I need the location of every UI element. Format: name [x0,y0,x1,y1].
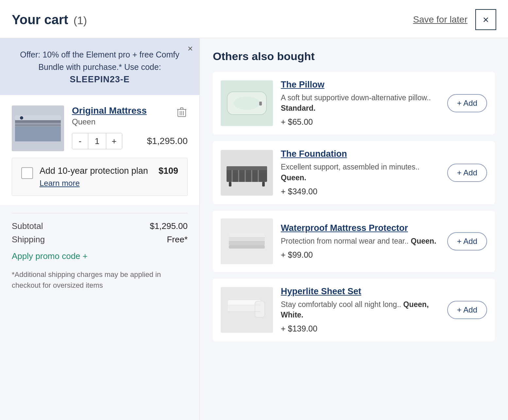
cart-title: Your cart [12,12,68,27]
subtotal-value: $1,295.00 [150,221,188,231]
subtotal-label: Subtotal [12,221,43,231]
promo-banner: Offer: 10% off the Element pro + free Co… [0,38,199,95]
cart-item-section: Original Mattress Queen [0,95,199,205]
quantity-control: - 1 + [72,133,122,149]
svg-rect-3 [15,120,61,123]
close-cart-button[interactable]: × [475,9,496,30]
header-actions: Save for later × [413,9,496,30]
promo-text: Offer: 10% off the Element pro + free Co… [16,49,184,73]
pillow-image [221,80,273,126]
item-variant: Queen [72,117,147,126]
save-for-later-button[interactable]: Save for later [413,14,467,25]
shipping-disclaimer: *Additional shipping charges may be appl… [12,269,188,291]
foundation-image [221,150,273,196]
pillow-price: + $65.00 [281,117,439,127]
sheets-image [221,287,273,333]
product-card-pillow: The Pillow A soft but supportive down-al… [213,72,495,135]
add-sheets-button[interactable]: + Add [447,301,487,319]
protection-plan: Add 10-year protection plan $109 Learn m… [12,158,188,196]
sheets-price: + $139.00 [281,324,439,333]
also-bought-panel: Others also bought The Pillow A soft but… [199,38,508,420]
svg-rect-4 [15,124,61,126]
learn-more-link[interactable]: Learn more [40,179,178,188]
shipping-value: Free* [167,234,188,245]
cart-left-panel: Offer: 10% off the Element pro + free Co… [0,38,199,420]
shipping-row: Shipping Free* [12,234,188,245]
add-pillow-button[interactable]: + Add [447,94,487,112]
also-bought-title: Others also bought [213,50,495,63]
foundation-svg [224,155,270,191]
product-info-sheets: Hyperlite Sheet Set Stay comfortably coo… [281,286,439,333]
cart-summary: Subtotal $1,295.00 Shipping Free* Apply … [0,213,199,300]
protector-desc: Protection from normal wear and tear.. Q… [281,236,439,246]
cart-item: Original Mattress Queen [12,105,188,151]
item-price: $1,295.00 [147,136,188,146]
protection-checkbox[interactable] [21,167,33,179]
protection-price: $109 [159,166,178,176]
foundation-desc: Excellent support, assembled in minutes.… [281,162,439,183]
protection-row: Add 10-year protection plan $109 [40,166,178,176]
product-info-protector: Waterproof Mattress Protector Protection… [281,223,439,260]
svg-rect-28 [229,241,265,245]
sheets-svg [224,292,270,328]
cart-item-details: Original Mattress Queen [72,105,188,149]
product-info-foundation: The Foundation Excellent support, assemb… [281,149,439,196]
sheets-name[interactable]: Hyperlite Sheet Set [281,286,439,297]
delete-item-button[interactable] [176,105,188,121]
product-card-foundation: The Foundation Excellent support, assemb… [213,141,495,204]
product-card-protector: Waterproof Mattress Protector Protection… [213,211,495,272]
protection-content: Add 10-year protection plan $109 Learn m… [40,166,178,188]
foundation-price: + $349.00 [281,187,439,196]
svg-rect-27 [262,182,265,186]
protection-label: Add 10-year protection plan [40,166,148,176]
svg-rect-18 [259,102,262,105]
main-content: Offer: 10% off the Element pro + free Co… [0,38,508,420]
quantity-row: - 1 + $1,295.00 [72,133,188,149]
pillow-svg [224,85,270,121]
item-name[interactable]: Original Mattress [72,105,147,116]
pillow-name[interactable]: The Pillow [281,80,439,90]
mattress-image-svg [12,105,64,151]
svg-point-17 [234,97,260,110]
pillow-desc: A soft but supportive down-alternative p… [281,92,439,113]
svg-rect-37 [255,301,265,317]
protector-svg [224,223,270,259]
cart-item-count: (1) [74,14,87,27]
shipping-label: Shipping [12,234,45,245]
quantity-increase-button[interactable]: + [106,133,122,149]
protector-price: + $99.00 [281,250,439,260]
foundation-name[interactable]: The Foundation [281,149,439,159]
summary-divider [12,213,188,213]
svg-rect-33 [229,245,265,249]
sheets-desc: Stay comfortably cool all night long.. Q… [281,299,439,320]
cart-item-image [12,105,64,151]
svg-point-6 [20,116,23,120]
add-protector-button[interactable]: + Add [447,232,487,250]
svg-rect-29 [229,237,265,242]
quantity-decrease-button[interactable]: - [72,133,88,149]
trash-icon [177,107,186,117]
add-foundation-button[interactable]: + Add [447,164,487,182]
subtotal-row: Subtotal $1,295.00 [12,221,188,231]
promo-close-button[interactable]: × [188,43,193,54]
svg-rect-30 [229,233,265,238]
quantity-value: 1 [88,134,106,149]
protector-image [221,218,273,264]
svg-rect-26 [229,182,231,186]
promo-code: SLEEPIN23-E [16,74,184,85]
product-info-pillow: The Pillow A soft but supportive down-al… [281,80,439,127]
protector-name[interactable]: Waterproof Mattress Protector [281,223,439,233]
apply-promo-link[interactable]: Apply promo code + [12,251,188,261]
svg-rect-20 [227,166,267,170]
cart-header: Your cart (1) Save for later × [0,0,508,38]
svg-rect-5 [15,127,61,141]
product-card-sheets: Hyperlite Sheet Set Stay comfortably coo… [213,279,495,341]
